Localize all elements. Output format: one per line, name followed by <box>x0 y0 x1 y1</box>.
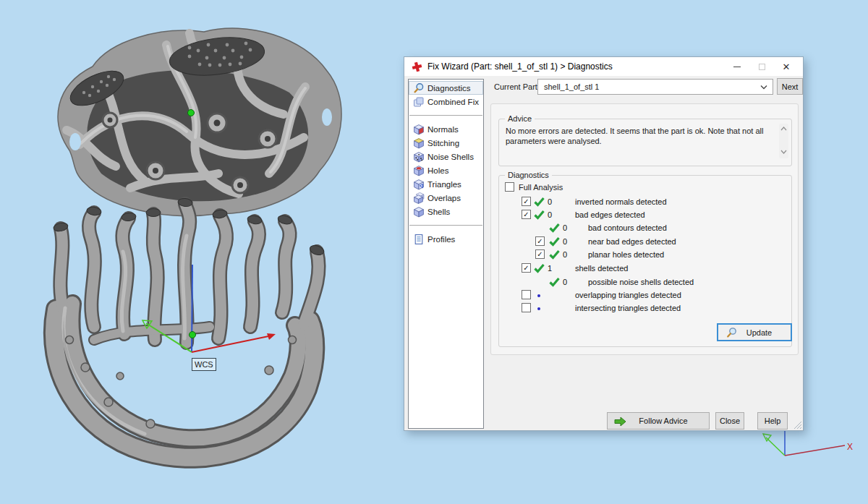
sidebar-item-normals[interactable]: Normals <box>409 122 483 136</box>
model-tube-crown[interactable] <box>53 197 325 457</box>
maximize-button <box>749 57 774 76</box>
chevron-down-icon <box>760 85 767 90</box>
corner-orientation-axes <box>763 427 845 456</box>
follow-advice-label: Follow Advice <box>639 417 687 425</box>
cube-normals-icon <box>413 124 425 135</box>
origin-marker <box>190 332 196 338</box>
current-part-dropdown[interactable]: shell_1_of_stl 1 <box>537 79 773 95</box>
sidebar-separator <box>409 225 482 226</box>
diagnostic-label: intersecting triangles detected <box>575 304 681 312</box>
model-lattice-bracelet[interactable] <box>58 28 341 216</box>
diagnostic-label: overlapping triangles detected <box>575 291 681 299</box>
not-analysed-dot-icon <box>537 294 540 297</box>
magnifier-icon <box>413 82 425 94</box>
profiles-icon <box>413 234 425 245</box>
diagnostic-checkbox[interactable]: ✓ <box>522 210 531 219</box>
red-cross-icon <box>412 61 422 72</box>
close-window-button[interactable]: ✕ <box>774 57 799 76</box>
diagnostic-count: 0 <box>548 210 552 219</box>
cube-noise-shells-icon <box>413 151 425 163</box>
sidebar-item-label: Noise Shells <box>427 153 474 161</box>
cube-overlaps-icon <box>413 192 425 204</box>
sidebar-item-label: Holes <box>427 166 448 175</box>
sidebar-item-label: Shells <box>427 208 450 216</box>
not-analysed-dot-icon <box>537 307 540 310</box>
cube-shells-icon <box>413 206 425 218</box>
diagnostic-checkbox[interactable]: ✓ <box>522 197 531 206</box>
resize-grip[interactable] <box>793 420 802 430</box>
check-ok-icon <box>534 210 545 220</box>
cube-triangles-icon <box>413 179 425 190</box>
diagnostic-checkbox[interactable]: ✓ <box>522 263 531 273</box>
check-ok-icon <box>549 277 560 287</box>
minimize-button[interactable] <box>725 57 749 76</box>
sidebar-item-profiles[interactable]: Profiles <box>409 232 483 246</box>
check-ok-icon <box>549 236 560 247</box>
sidebar-item-label: Combined Fix <box>427 98 479 106</box>
wizard-content-panel: Advice No more errors are detected. It s… <box>490 103 799 355</box>
sidebar-item-stitching[interactable]: Stitching <box>409 136 483 150</box>
check-ok-icon <box>534 197 545 207</box>
current-part-label: Current Part: <box>494 82 540 91</box>
dialog-titlebar[interactable]: Fix Wizard (Part: shell_1_of_stl 1) > Di… <box>404 57 803 76</box>
diagnostic-checkbox[interactable]: ✓ <box>522 303 531 312</box>
sidebar-item-label: Profiles <box>427 235 455 244</box>
sidebar-item-diagnostics[interactable]: Diagnostics <box>409 81 483 95</box>
full-analysis-checkbox[interactable]: ✓ <box>505 182 514 192</box>
current-part-value: shell_1_of_stl 1 <box>544 82 599 91</box>
magnifier-icon <box>726 327 738 338</box>
full-analysis-label: Full Analysis <box>519 183 563 192</box>
sidebar-separator <box>409 115 482 116</box>
advice-text: No more errors are detected. It seems th… <box>506 126 773 146</box>
sidebar-item-combined-fix[interactable]: Combined Fix <box>409 95 483 108</box>
sidebar-item-triangles[interactable]: Triangles <box>409 177 483 191</box>
diagnostic-checkbox[interactable]: ✓ <box>535 236 545 246</box>
cube-holes-icon <box>413 165 425 176</box>
sidebar-item-noise-shells[interactable]: Noise Shells <box>409 150 483 163</box>
diagnostic-count: 0 <box>563 237 567 246</box>
check-ok-icon <box>549 249 560 260</box>
sidebar-item-label: Diagnostics <box>427 84 470 93</box>
sidebar-item-label: Normals <box>427 125 459 134</box>
diagnostic-label: possible noise shells detected <box>588 278 694 286</box>
diagnostic-label: inverted normals detected <box>575 197 667 206</box>
diagnostic-count: 1 <box>548 264 552 273</box>
diagnostic-count: 0 <box>548 197 552 206</box>
diagnostic-label: bad contours detected <box>588 223 667 232</box>
diagnostic-count: 0 <box>563 278 567 286</box>
close-button[interactable]: Close <box>715 412 744 430</box>
sidebar-item-label: Overlaps <box>427 194 461 202</box>
advice-title: Advice <box>505 114 535 123</box>
sidebar-item-label: Stitching <box>427 139 459 148</box>
diagnostic-label: bad edges detected <box>575 210 645 219</box>
sidebar-item-label: Triangles <box>427 180 461 189</box>
diagnostic-checkbox[interactable]: ✓ <box>522 290 531 299</box>
update-button-label: Update <box>738 328 780 337</box>
wizard-page-list[interactable]: Diagnostics Combined Fix Normals <box>408 79 484 429</box>
advice-scrollbar[interactable] <box>779 124 788 158</box>
corner-x-axis-label: X <box>847 442 853 452</box>
cube-stitching-icon <box>413 137 425 149</box>
sidebar-item-shells[interactable]: Shells <box>409 205 483 218</box>
advice-groupbox: Advice No more errors are detected. It s… <box>498 119 792 166</box>
update-button[interactable]: Update <box>717 323 792 341</box>
green-arrow-icon <box>614 417 627 427</box>
selection-marker <box>188 110 195 116</box>
scroll-up-icon[interactable] <box>780 127 787 131</box>
diagnostic-label: shells detected <box>575 264 628 273</box>
diagnostic-label: near bad edges detected <box>588 237 676 246</box>
diagnostics-groupbox: Diagnostics ✓ Full Analysis ✓ 0 inverted… <box>498 175 792 347</box>
sidebar-item-holes[interactable]: Holes <box>409 163 483 177</box>
combined-fix-icon <box>413 96 425 108</box>
diagnostic-label: planar holes detected <box>588 250 664 259</box>
diagnostic-checkbox[interactable]: ✓ <box>535 249 545 259</box>
sidebar-item-overlaps[interactable]: Overlaps <box>409 191 483 205</box>
wcs-label: WCS <box>192 358 216 371</box>
help-button[interactable]: Help <box>757 412 788 430</box>
diagnostic-count: 0 <box>563 250 567 259</box>
fix-wizard-dialog: Fix Wizard (Part: shell_1_of_stl 1) > Di… <box>404 56 804 431</box>
follow-advice-button[interactable]: Follow Advice <box>607 412 710 430</box>
next-button[interactable]: Next <box>777 78 803 95</box>
check-ok-icon <box>549 223 560 233</box>
scroll-down-icon[interactable] <box>780 150 787 154</box>
